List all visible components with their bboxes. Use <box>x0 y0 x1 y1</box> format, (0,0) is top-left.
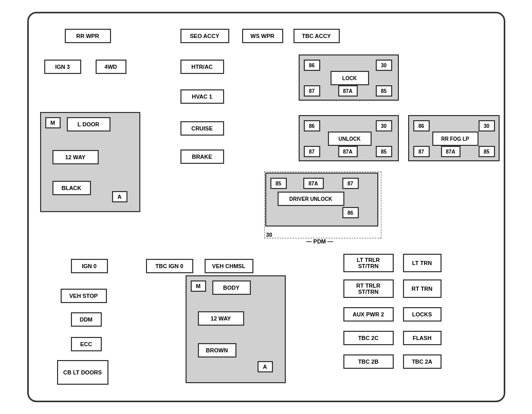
a2-label: A <box>258 361 273 372</box>
tbc-2a-box: TBC 2A <box>403 354 442 369</box>
brown-label: BROWN <box>198 343 236 357</box>
tbc-accy-box: TBC ACCY <box>293 29 340 43</box>
locks-box: LOCKS <box>403 307 442 322</box>
main-diagram: RR WPR SEO ACCY WS WPR TBC ACCY IGN 3 4W… <box>27 12 505 402</box>
twelve-way-1: 12 WAY <box>52 150 99 164</box>
lock-87: 87 <box>304 85 320 97</box>
unlock-relay-group: 86 30 UNLOCK 87 87A 85 <box>299 115 399 161</box>
fog-87a: 87A <box>441 146 461 157</box>
pdm-text: — PDM — <box>306 238 334 244</box>
fog-label: RR FOG LP <box>432 131 479 146</box>
tbc-2c-box: TBC 2C <box>343 331 394 345</box>
a1-label: A <box>112 191 127 202</box>
aux-pwr2-box: AUX PWR 2 <box>343 307 394 322</box>
rt-trlr-box: RT TRLR ST/TRN <box>343 279 394 298</box>
lock-86: 86 <box>304 60 320 71</box>
ign0-box: IGN 0 <box>71 259 108 273</box>
tbc-2b-box: TBC 2B <box>343 354 394 369</box>
unlock-30: 30 <box>376 120 392 131</box>
cb-lt-doors-box: CB LT DOORS <box>57 360 108 385</box>
lt-trlr-box: LT TRLR ST/TRN <box>343 254 394 272</box>
unlock-87a: 87A <box>338 146 358 157</box>
l-door-label: L DOOR <box>67 117 111 131</box>
body-group: M BODY 12 WAY BROWN A <box>186 275 286 383</box>
tbc-ign0-box: TBC IGN 0 <box>146 259 193 273</box>
ecc-box: ECC <box>71 337 102 351</box>
m-body: M <box>191 280 206 292</box>
unlock-85: 85 <box>376 146 392 157</box>
rr-wpr-box: RR WPR <box>65 29 111 43</box>
unlock-87: 87 <box>304 146 320 157</box>
rr-fog-relay-group: 86 30 RR FOG LP 87 87A 85 <box>408 115 500 161</box>
black-label: BLACK <box>52 181 91 195</box>
fog-30: 30 <box>479 120 495 131</box>
veh-chmsl-box: VEH CHMSL <box>205 259 253 273</box>
ddm-box: DDM <box>71 312 102 327</box>
fog-85: 85 <box>479 146 495 157</box>
fog-86: 86 <box>413 120 430 131</box>
flash-box: FLASH <box>403 331 442 345</box>
body-label: BODY <box>212 280 251 295</box>
ign3-box: IGN 3 <box>44 60 81 74</box>
seo-accy-box: SEO ACCY <box>180 29 229 43</box>
rt-trn-box: RT TRN <box>403 279 442 298</box>
lt-trn-box: LT TRN <box>403 254 442 272</box>
m-ldoor: M <box>45 117 61 128</box>
cruise-box: CRUISE <box>180 121 224 136</box>
unlock-label: UNLOCK <box>328 131 372 146</box>
fwd-box: 4WD <box>96 60 126 74</box>
ldoor-group: M L DOOR 12 WAY BLACK A <box>40 112 140 212</box>
lock-label: LOCK <box>331 71 369 85</box>
veh-stop-box: VEH STOP <box>61 289 107 303</box>
fog-87: 87 <box>413 146 430 157</box>
lock-relay-group: 86 30 LOCK 87 87A 85 <box>299 54 399 101</box>
lock-85: 85 <box>376 85 392 97</box>
hvac1-box: HVAC 1 <box>180 89 224 104</box>
htr-ac-box: HTR/AC <box>180 60 224 74</box>
ws-wpr-box: WS WPR <box>242 29 283 43</box>
lock-30: 30 <box>376 60 392 71</box>
brake-box: BRAKE <box>180 149 224 164</box>
pdm-border <box>264 172 381 238</box>
lock-87a: 87A <box>338 85 358 97</box>
unlock-86: 86 <box>304 120 320 131</box>
twelve-way-2: 12 WAY <box>198 311 244 326</box>
